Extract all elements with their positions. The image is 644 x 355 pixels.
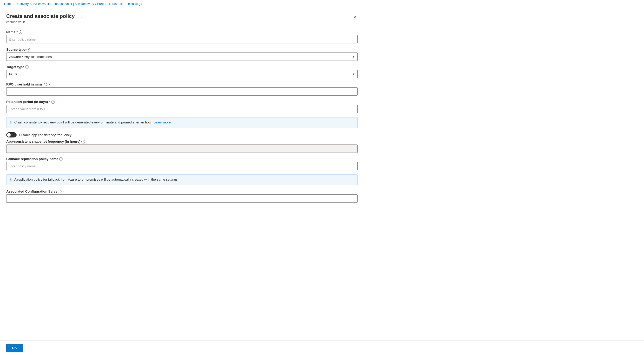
failback-label: Failback replication policy name i <box>6 157 358 161</box>
rpo-input[interactable]: 60 <box>6 87 358 96</box>
assoc-server-info-icon[interactable]: i <box>60 190 63 193</box>
assoc-server-input[interactable]: contosoCS <box>6 194 358 203</box>
toggle-row: Disable app consistency frequency <box>6 132 358 137</box>
app-snapshot-label: App-consistent snapshot frequency (in ho… <box>6 140 358 143</box>
name-input[interactable] <box>6 35 358 43</box>
rpo-field-group: RPO threshold in mins * i 60 <box>6 82 358 96</box>
panel-title: Create and associate policy <box>6 13 75 19</box>
breadcrumb-sep-2: › <box>51 2 52 5</box>
retention-field-group: Retention period (in days) * i <box>6 100 358 113</box>
rpo-label: RPO threshold in mins * i <box>6 82 358 86</box>
source-type-select[interactable]: VMware / Physical machines <box>6 52 358 61</box>
crash-banner-info-icon: ℹ <box>10 120 12 125</box>
failback-banner: ℹ A replication policy for failback from… <box>6 174 358 185</box>
crash-banner-text: Crash consistency recovery point will be… <box>14 120 171 125</box>
rpo-required-star: * <box>44 82 45 86</box>
failback-info-icon[interactable]: i <box>59 157 63 161</box>
close-button[interactable]: × <box>353 13 358 21</box>
name-required-star: * <box>16 30 18 34</box>
toggle-thumb <box>7 133 11 137</box>
failback-input[interactable] <box>6 162 358 170</box>
assoc-server-label-text: Associated Configuration Server <box>6 189 59 193</box>
assoc-server-label: Associated Configuration Server i <box>6 189 358 193</box>
app-consistency-toggle[interactable] <box>6 132 17 137</box>
target-type-select-wrapper: Azure ▼ <box>6 70 358 78</box>
source-type-label-text: Source type <box>6 48 25 51</box>
toggle-track <box>6 132 17 137</box>
name-label: Name * i <box>6 30 358 34</box>
retention-label: Retention period (in days) * i <box>6 100 358 104</box>
panel: Create and associate policy ... × contos… <box>0 8 364 222</box>
breadcrumb: Home › Recovery Services vaults › contos… <box>0 0 644 8</box>
app-snapshot-info-icon[interactable]: i <box>81 140 85 143</box>
target-type-label: Target type i <box>6 65 358 69</box>
rpo-info-icon[interactable]: i <box>46 83 50 86</box>
failback-field-group: Failback replication policy name i <box>6 157 358 170</box>
target-type-select[interactable]: Azure <box>6 70 358 78</box>
breadcrumb-sep-1: › <box>14 2 15 5</box>
assoc-server-group: Associated Configuration Server i contos… <box>6 189 358 203</box>
breadcrumb-home[interactable]: Home <box>4 2 12 6</box>
app-snapshot-group: App-consistent snapshot frequency (in ho… <box>6 140 358 153</box>
retention-required-star: * <box>49 100 50 104</box>
failback-banner-info-icon: ℹ <box>10 178 12 182</box>
rpo-label-text: RPO threshold in mins <box>6 82 43 86</box>
name-label-text: Name <box>6 30 15 34</box>
name-field-group: Name * i <box>6 30 358 43</box>
retention-input[interactable] <box>6 105 358 113</box>
source-type-label: Source type i <box>6 48 358 51</box>
breadcrumb-recovery-vaults[interactable]: Recovery Services vaults <box>16 2 51 6</box>
crash-banner-learn-more-link[interactable]: Learn more <box>153 120 170 124</box>
panel-header: Create and associate policy ... × <box>6 13 358 19</box>
target-type-label-text: Target type <box>6 65 24 69</box>
app-snapshot-input[interactable]: 0 <box>6 144 358 153</box>
source-type-info-icon[interactable]: i <box>27 48 30 51</box>
ellipsis-button[interactable]: ... <box>77 14 83 19</box>
app-snapshot-label-text: App-consistent snapshot frequency (in ho… <box>6 140 80 143</box>
toggle-label-text: Disable app consistency frequency <box>19 133 71 137</box>
name-info-icon[interactable]: i <box>19 30 22 34</box>
panel-subtitle: contoso-vault <box>6 20 358 24</box>
retention-label-text: Retention period (in days) <box>6 100 48 104</box>
breadcrumb-sep-4: › <box>141 2 142 5</box>
failback-banner-text-container: A replication policy for failback from A… <box>14 177 179 182</box>
breadcrumb-contoso-vault[interactable]: contoso-vault | Site Recovery <box>54 2 94 6</box>
crash-banner-main-text: Crash consistency recovery point will be… <box>14 120 153 124</box>
retention-info-icon[interactable]: i <box>51 100 55 104</box>
breadcrumb-prepare-infrastructure[interactable]: Prepare infrastructure (Classic) <box>97 2 140 6</box>
crash-consistency-banner: ℹ Crash consistency recovery point will … <box>6 117 358 128</box>
source-type-select-wrapper: VMware / Physical machines ▼ <box>6 52 358 61</box>
target-type-info-icon[interactable]: i <box>25 65 29 69</box>
breadcrumb-sep-3: › <box>95 2 96 5</box>
panel-title-row: Create and associate policy ... <box>6 13 83 19</box>
source-type-group: Source type i VMware / Physical machines… <box>6 48 358 61</box>
target-type-group: Target type i Azure ▼ <box>6 65 358 78</box>
failback-banner-text: A replication policy for failback from A… <box>14 178 179 181</box>
failback-label-text: Failback replication policy name <box>6 157 58 161</box>
